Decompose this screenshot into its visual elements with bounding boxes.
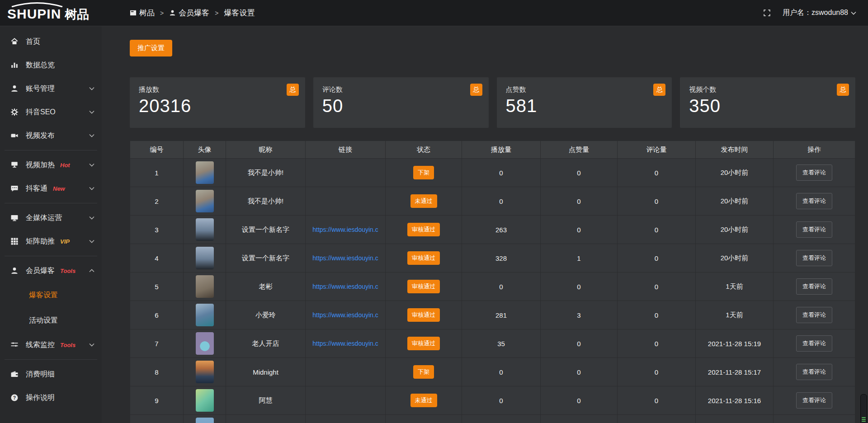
row-nick: 老人开店: [226, 329, 306, 357]
sidebar-subitem-activity-settings[interactable]: 活动设置: [0, 308, 102, 333]
logo-text-en: SHUPIN: [7, 7, 61, 26]
status-badge[interactable]: 审核通过: [407, 251, 440, 265]
row-comments: 0: [618, 329, 696, 357]
row-nick: [226, 415, 306, 423]
row-plays: 328: [462, 244, 541, 272]
row-link[interactable]: https://www.iesdouyin.c: [312, 254, 378, 262]
total-badge: 总: [653, 84, 665, 96]
row-link[interactable]: https://www.iesdouyin.c: [312, 340, 378, 347]
chart-icon: [10, 61, 19, 69]
member-icon: [10, 267, 19, 275]
sidebar-item-member-baoke[interactable]: 会员爆客 Tools: [0, 259, 102, 282]
promo-settings-button[interactable]: 推广设置: [130, 40, 172, 56]
row-time: 20小时前: [696, 244, 774, 272]
row-link[interactable]: https://www.iesdouyin.c: [312, 283, 378, 290]
row-link[interactable]: https://www.iesdouyin.c: [312, 311, 378, 319]
table-header-row: 编号 头像 昵称 链接 状态 播放量 点赞量 评论量 发布时间 操作: [130, 141, 855, 158]
chevron-down-icon: [89, 134, 94, 137]
row-time: 1天前: [696, 301, 774, 329]
stat-card-videos: 视频个数 350 总: [680, 77, 855, 128]
breadcrumb-item-current: 爆客设置: [224, 8, 255, 18]
col-header-link: 链接: [306, 141, 386, 158]
row-comments: 0: [618, 273, 696, 301]
status-badge[interactable]: 审核通过: [407, 280, 440, 293]
sidebar-item-data-overview[interactable]: 数据总览: [0, 53, 102, 77]
stat-value: 20316: [139, 96, 296, 116]
sidebar-item-label: 数据总览: [26, 61, 55, 70]
sidebar-item-clue-monitor[interactable]: 线索监控 Tools: [0, 333, 102, 357]
view-comments-button[interactable]: 查看评论: [796, 364, 832, 380]
row-time: 2021-11-28 15:16: [696, 386, 774, 414]
home-icon: [10, 38, 19, 46]
view-comments-button[interactable]: 查看评论: [796, 335, 832, 352]
help-icon: ?: [10, 394, 19, 402]
chevron-down-icon: [89, 110, 94, 114]
sidebar-item-label: 操作说明: [26, 393, 55, 403]
row-comments: 0: [618, 216, 696, 244]
status-badge[interactable]: 未通过: [410, 394, 437, 407]
status-badge[interactable]: 审核通过: [407, 223, 440, 236]
status-badge[interactable]: 下架: [413, 166, 434, 179]
floating-widget[interactable]: [860, 394, 867, 423]
sidebar-item-label: 视频加热: [26, 160, 55, 170]
table-row: 6 小爱玲 https://www.iesdouyin.c 审核通过 281 3…: [130, 301, 855, 329]
row-plays: 263: [462, 216, 541, 244]
row-id: [130, 415, 184, 423]
avatar: [196, 361, 214, 383]
view-comments-button[interactable]: 查看评论: [796, 164, 832, 181]
table-row-partial: [130, 414, 855, 423]
sidebar-subitem-baoke-settings[interactable]: 爆客设置: [0, 282, 102, 308]
row-link[interactable]: https://www.iesdouyin.c: [312, 226, 378, 233]
status-badge[interactable]: 下架: [413, 365, 434, 379]
row-nick: 我不是小帅!: [226, 187, 306, 215]
sidebar-item-account-mgmt[interactable]: 账号管理: [0, 77, 102, 100]
table-row: 5 老彬 https://www.iesdouyin.c 审核通过 0 0 0 …: [130, 272, 855, 301]
videos-table: 编号 头像 昵称 链接 状态 播放量 点赞量 评论量 发布时间 操作 1 我不是…: [130, 141, 855, 423]
sidebar-item-home[interactable]: 首页: [0, 30, 102, 53]
view-comments-button[interactable]: 查看评论: [796, 392, 832, 409]
row-time: 2021-11-28 15:17: [696, 358, 774, 386]
row-comments: [618, 415, 696, 423]
chevron-down-icon: [89, 187, 94, 190]
total-badge: 总: [287, 84, 299, 96]
row-id: 8: [130, 358, 184, 386]
total-badge: 总: [470, 84, 482, 96]
view-comments-button[interactable]: 查看评论: [796, 278, 832, 295]
view-comments-button[interactable]: 查看评论: [796, 193, 832, 209]
breadcrumb-item-home[interactable]: 树品: [130, 8, 155, 18]
sidebar-item-consumption-details[interactable]: 消费明细: [0, 362, 102, 386]
status-badge[interactable]: 审核通过: [407, 308, 440, 322]
stat-label: 点赞数: [506, 85, 663, 94]
app-logo: SHUPIN 树品: [0, 0, 102, 26]
sidebar-item-matrix-boost[interactable]: 矩阵助推 VIP: [0, 230, 102, 253]
user-menu[interactable]: 用户名：zswodun88: [783, 8, 856, 18]
table-row: 1 我不是小帅! 下架 0 0 0 20小时前 查看评论: [130, 158, 855, 187]
main-content: 推广设置 播放数 20316 总 评论数 50 总 点赞数 581 总 视频个数…: [102, 26, 868, 423]
sidebar-item-douketong[interactable]: 抖客通 New: [0, 177, 102, 200]
col-header-nick: 昵称: [226, 141, 306, 158]
sidebar-item-label: 视频发布: [26, 131, 55, 141]
view-comments-button[interactable]: 查看评论: [796, 221, 832, 238]
status-badge[interactable]: 未通过: [410, 194, 437, 208]
topbar-right: 用户名：zswodun88: [763, 8, 868, 18]
stat-value: 50: [322, 96, 480, 116]
heat-icon: [10, 161, 19, 169]
view-comments-button[interactable]: 查看评论: [796, 250, 832, 266]
sidebar: 首页 数据总览 账号管理 抖音SEO 视频发布: [0, 26, 102, 423]
sidebar-item-label: 会员爆客: [26, 266, 55, 276]
status-badge[interactable]: 审核通过: [407, 337, 440, 350]
sidebar-item-douyin-seo[interactable]: 抖音SEO: [0, 100, 102, 124]
row-likes: 0: [541, 358, 618, 386]
row-nick: 设置一个新名字: [226, 244, 306, 272]
fullscreen-icon[interactable]: [763, 9, 771, 17]
sliders-icon: [10, 341, 19, 349]
sidebar-item-video-heat[interactable]: 视频加热 Hot: [0, 153, 102, 177]
sidebar-item-video-publish[interactable]: 视频发布: [0, 124, 102, 147]
row-id: 7: [130, 329, 184, 357]
row-nick: 设置一个新名字: [226, 216, 306, 244]
view-comments-button[interactable]: 查看评论: [796, 307, 832, 323]
sidebar-item-omnimedia[interactable]: 全媒体运营: [0, 206, 102, 230]
sidebar-subitem-label: 爆客设置: [29, 291, 58, 300]
sidebar-item-instructions[interactable]: ? 操作说明: [0, 386, 102, 409]
breadcrumb-item-member[interactable]: 会员爆客: [169, 8, 209, 18]
